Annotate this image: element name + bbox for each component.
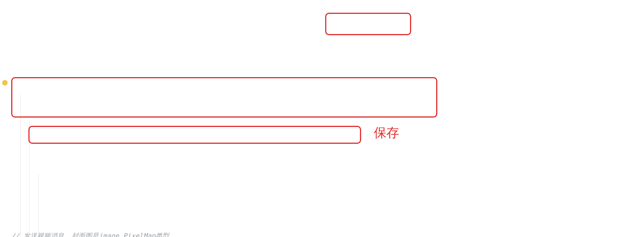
indent-guide: [20, 94, 21, 237]
code-line[interactable]: // 发送视频消息 封面图是image.PixelMap类型: [0, 229, 644, 237]
indent-guide: [29, 121, 30, 237]
code-editor[interactable]: // 发送视频消息 封面图是image.PixelMap类型 async sen…: [0, 54, 644, 237]
lightbulb-icon[interactable]: [2, 80, 7, 85]
indent-guide: [38, 174, 38, 237]
annotation-box-param-type: [325, 13, 411, 35]
comment-text: // 发送视频消息 封面图是image.PixelMap类型: [11, 232, 169, 237]
